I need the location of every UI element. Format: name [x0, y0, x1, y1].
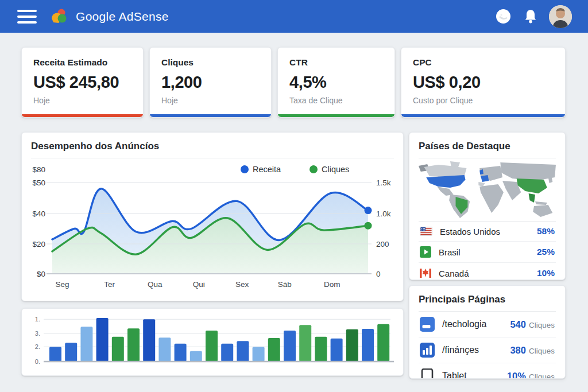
globe-icon	[496, 9, 511, 24]
stat-value: US$ 0,20	[413, 73, 554, 92]
performance-card: Desempenho dos Anúncíos $80$50$40$20$01.…	[21, 132, 404, 301]
country-name: Brasil	[439, 247, 529, 257]
world-map	[419, 158, 556, 222]
svg-text:0: 0	[376, 270, 381, 278]
page-value: 540Cliques	[510, 319, 555, 330]
svg-text:3.: 3.	[35, 330, 40, 337]
svg-text:0.: 0.	[35, 358, 40, 365]
country-row[interactable]: Estados Unidos 58%	[419, 222, 556, 241]
app-title: Google AdSense	[76, 10, 169, 24]
svg-text:Dom: Dom	[324, 280, 341, 289]
page-value-suffix: Cliques	[529, 372, 555, 379]
stat-accent-bar	[278, 114, 394, 117]
svg-text:Ter: Ter	[104, 280, 115, 289]
countries-title: Países de Destaque	[409, 133, 565, 158]
stat-label: Cliques	[161, 57, 260, 68]
performance-title: Desempenho dos Anúncíos	[22, 133, 403, 158]
stat-subtitle: Hoje	[161, 96, 260, 105]
country-value: 25%	[537, 247, 555, 257]
stat-value: US$ 245,80	[33, 73, 131, 92]
tablet-icon	[420, 368, 435, 379]
stat-value: 4,5%	[289, 73, 383, 92]
daily-bar-chart: 1.3.2.0.	[30, 316, 396, 368]
svg-text:Sex: Sex	[235, 280, 249, 289]
svg-text:1.0k: 1.0k	[376, 209, 391, 218]
menu-button[interactable]	[17, 10, 37, 24]
svg-text:200: 200	[376, 240, 389, 249]
stat-accent-bar	[22, 114, 143, 117]
stat-subtitle: Custo por Clique	[413, 96, 554, 105]
svg-text:$20: $20	[32, 240, 45, 249]
page-value-suffix: Cliques	[529, 347, 555, 355]
svg-text:1.5k: 1.5k	[376, 178, 391, 187]
daily-bars-card: 1.3.2.0.	[21, 308, 404, 376]
user-avatar[interactable]	[549, 5, 572, 28]
app-header: Google AdSense	[0, 0, 588, 33]
svg-text:Cliques: Cliques	[322, 165, 349, 174]
stat-subtitle: Hoje	[33, 96, 131, 105]
maple-leaf-icon	[420, 267, 431, 279]
svg-text:Sáb: Sáb	[278, 280, 292, 289]
stat-value: 1,200	[161, 73, 260, 92]
page-row[interactable]: /techologia 540Cliques	[419, 312, 556, 337]
ad-banner-icon	[420, 317, 435, 332]
stat-label: CPC	[413, 57, 554, 68]
page-name: Tablet	[442, 371, 500, 379]
countries-card: Países de Destaque	[409, 132, 566, 280]
legend-item-cliques[interactable]: Cliques	[310, 165, 349, 174]
svg-text:$0: $0	[37, 270, 45, 278]
bell-icon	[523, 9, 538, 25]
stat-subtitle: Taxa de Clique	[289, 96, 383, 105]
svg-text:$80: $80	[32, 165, 45, 174]
page-value-suffix: Cliques	[529, 321, 555, 329]
adsense-logo-icon	[49, 7, 69, 26]
performance-line-chart: $80$50$40$20$01.5k1.0k2000SegTerQuaQuiSe…	[31, 161, 395, 293]
stat-accent-bar	[150, 114, 271, 117]
svg-text:Qui: Qui	[193, 280, 205, 289]
page-value: 10%Cliques	[507, 371, 555, 379]
notifications-button[interactable]	[519, 5, 542, 28]
page-row[interactable]: Tablet 10%Cliques	[419, 363, 556, 379]
country-name: Estados Unidos	[440, 227, 529, 236]
page-name: /finánçes	[442, 345, 502, 355]
country-row[interactable]: Brasil 25%	[419, 241, 556, 262]
stat-card-cliques[interactable]: Cliques 1,200 Hoje	[149, 47, 272, 118]
page-name: /techologia	[442, 319, 502, 329]
page-row[interactable]: /finánçes 380Cliques	[419, 337, 556, 363]
svg-text:2.: 2.	[35, 343, 40, 350]
top-pages-card: Principais Páginas /techologia 540Clique…	[409, 285, 566, 379]
stat-card-ctr[interactable]: CTR 4,5% Taxa de Clique	[277, 47, 395, 118]
play-square-icon	[420, 246, 431, 258]
stats-row: Receita Estimado US$ 245,80 Hoje Cliques…	[21, 47, 566, 118]
svg-text:Qua: Qua	[148, 280, 163, 289]
svg-text:$40: $40	[32, 209, 45, 218]
stat-label: Receita Estimado	[33, 57, 131, 68]
stat-accent-bar	[401, 114, 565, 117]
page-value: 380Cliques	[510, 345, 555, 356]
pages-title: Principais Páginas	[409, 286, 565, 311]
svg-text:$50: $50	[32, 178, 45, 187]
country-value: 58%	[537, 226, 555, 236]
stat-label: CTR	[289, 57, 383, 68]
svg-text:Seg: Seg	[56, 280, 69, 289]
country-value: 10%	[537, 268, 555, 278]
stat-card-receita[interactable]: Receita Estimado US$ 245,80 Hoje	[21, 47, 144, 118]
legend-item-receita[interactable]: Receita	[241, 165, 281, 174]
globe-button[interactable]	[492, 5, 514, 28]
bar-chart-icon	[420, 343, 435, 358]
svg-text:1.: 1.	[35, 316, 40, 323]
svg-text:Receita: Receita	[253, 165, 281, 174]
country-row[interactable]: Canadá 10%	[419, 262, 556, 280]
country-name: Canadá	[439, 269, 529, 278]
us-flag-icon	[420, 227, 432, 236]
stat-card-cpc[interactable]: CPC US$ 0,20 Custo por Clique	[401, 47, 566, 118]
